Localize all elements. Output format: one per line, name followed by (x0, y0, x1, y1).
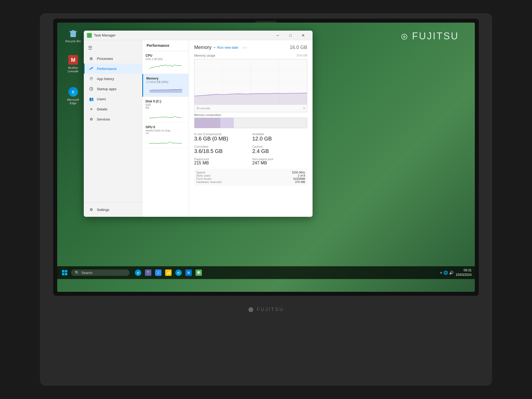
perf-main-header: Memory + Run new task ⋯ 16.0 GB (194, 44, 307, 51)
sidebar-item-users[interactable]: 👥 Users (84, 94, 142, 104)
perf-list-header: Performance (142, 40, 189, 51)
taskbar-edge2-icon[interactable]: e (174, 268, 183, 277)
app-history-icon: ⏱ (89, 76, 94, 81)
taskbar: 🔍 Search e T Z (57, 266, 475, 279)
screen-bezel: FUJITSU Recycle Bin (53, 19, 479, 296)
tray-network-icon[interactable]: 🌐 (443, 271, 448, 275)
disk-title: Disk 0 (C:) (146, 99, 185, 103)
svg-rect-16 (65, 270, 67, 272)
disk-sub: SSD6% (146, 103, 185, 109)
edge-label: MicrosoftEdge (67, 98, 79, 105)
start-button[interactable] (60, 268, 69, 277)
sidebar-item-performance[interactable]: Performance (84, 64, 142, 74)
timeline-right: 0 (303, 107, 305, 110)
speed-label: Speed: (196, 171, 206, 174)
time-display: 09:31 (456, 268, 472, 273)
svg-rect-2 (72, 30, 74, 31)
tm-sidebar: ☰ ⊞ Processes (84, 40, 142, 217)
taskbar-taskmanager-icon[interactable]: 📊 (194, 268, 203, 277)
committed-value: 3.6/18.5 GB (194, 148, 249, 154)
stat-in-use: In use (Compressed) 3.6 GB (0 MB) (194, 132, 249, 142)
committed-label: Committed (194, 145, 249, 148)
tray-chevron-icon[interactable]: ∧ (440, 271, 442, 275)
memory-usage-label: Memory usage (194, 54, 215, 57)
sidebar-item-services[interactable]: ⚙ Services (84, 114, 142, 124)
taskbar-files-icon[interactable]: 📁 (164, 268, 173, 277)
minimize-button[interactable]: ─ (272, 31, 284, 40)
sidebar-item-app-history[interactable]: ⏱ App history (84, 74, 142, 84)
settings-label: Settings (97, 208, 109, 212)
memory-graph-container: 60 seconds 0 (194, 59, 307, 112)
perf-item-disk[interactable]: Disk 0 (C:) SSD6% (142, 97, 189, 123)
paged-label: Paged pool (194, 157, 249, 161)
tray-volume-icon[interactable]: 🔊 (449, 271, 454, 275)
date-display: 15/03/2024 (456, 273, 472, 277)
recycle-bin-icon[interactable]: Recycle Bin (63, 28, 84, 43)
svg-rect-17 (62, 273, 64, 275)
recycle-bin-label: Recycle Bin (65, 40, 81, 43)
close-button[interactable]: ✕ (297, 31, 309, 40)
processes-label: Processes (97, 57, 113, 61)
sidebar-item-startup-apps[interactable]: Startup apps (84, 84, 142, 94)
system-tray-icons: ∧ 🌐 🔊 (440, 271, 454, 275)
more-options-icon[interactable]: ⋯ (242, 45, 247, 51)
graph-timeline: 60 seconds 0 (194, 105, 307, 112)
cpu-title: CPU (146, 54, 185, 57)
perf-list: Performance CPU 12% 1.39 GHz (142, 40, 189, 217)
form-factor-label: Form factor: (196, 177, 212, 180)
settings-section: ⚙ Settings (84, 202, 142, 215)
slots-row: Slots used: 2 of 8 (196, 174, 305, 177)
taskbar-zoom-icon[interactable]: Z (154, 268, 163, 277)
laptop-bottom: ⬤ FUJITSU (40, 296, 492, 380)
timeline-left: 60 seconds (197, 107, 210, 110)
gpu-title: GPU 0 (146, 125, 185, 129)
settings-icon: ⚙ (89, 207, 94, 212)
performance-label: Performance (97, 67, 117, 71)
startup-icon (89, 86, 94, 91)
fujitsu-brand-top: FUJITSU (401, 31, 459, 42)
screen: FUJITSU Recycle Bin (57, 23, 475, 292)
run-task-icon: + (214, 45, 216, 49)
laptop-outer: FUJITSU Recycle Bin (40, 13, 492, 386)
taskbar-icons: e T Z 📁 e (134, 268, 203, 277)
services-label: Services (97, 117, 110, 121)
non-paged-value: 247 MB (252, 161, 307, 165)
available-label: Available (252, 132, 307, 136)
available-value: 12.0 GB (252, 136, 307, 142)
taskbar-clock[interactable]: 09:31 15/03/2024 (456, 268, 472, 277)
recycle-bin-image (68, 28, 78, 39)
sidebar-item-details[interactable]: ≡ Details (84, 104, 142, 114)
form-factor-row: Form factor: SODIMM (196, 177, 305, 180)
mcafee-icon[interactable]: M McAfeeLivesafe (63, 55, 84, 73)
stat-paged-pool: Paged pool 215 MB (194, 157, 249, 165)
non-paged-label: Non-paged pool (252, 157, 307, 161)
fujitsu-brand-bottom: ⬤ FUJITSU (248, 306, 284, 312)
hw-reserved-row: Hardware reserved: 370 MB (196, 180, 305, 184)
taskbar-store-icon[interactable]: ⊞ (184, 268, 193, 277)
tm-body: ☰ ⊞ Processes (84, 40, 313, 217)
taskbar-edge-icon[interactable]: e (134, 268, 142, 277)
perf-item-cpu[interactable]: CPU 12% 1.39 GHz (142, 51, 189, 74)
run-task-label: Run new task (217, 45, 238, 49)
app-history-label: App history (97, 77, 114, 81)
edge-image: e (68, 86, 78, 97)
taskbar-teams-icon[interactable]: T (144, 268, 152, 277)
in-use-label: In use (Compressed) (194, 132, 249, 136)
hamburger-button[interactable]: ☰ (84, 42, 142, 53)
form-factor-value: SODIMM (293, 177, 305, 180)
edge-icon[interactable]: e MicrosoftEdge (63, 86, 84, 105)
search-text: Search (81, 271, 92, 275)
perf-item-gpu[interactable]: GPU 0 Intel(R) Iris(R) Xe Grap...1% (142, 123, 189, 148)
taskbar-search[interactable]: 🔍 Search (71, 269, 130, 276)
speed-value: 3200 MHz (292, 171, 305, 174)
memory-comp-bar (194, 118, 307, 128)
sidebar-item-settings[interactable]: ⚙ Settings (84, 205, 142, 215)
startup-apps-label: Startup apps (97, 87, 117, 91)
maximize-button[interactable]: □ (284, 31, 297, 40)
stat-available: Available 12.0 GB (252, 132, 307, 142)
perf-item-memory[interactable]: Memory 3.7/15.6 GB (24%) (142, 74, 189, 97)
in-use-value: 3.6 GB (0 MB) (194, 136, 249, 142)
paged-value: 215 MB (194, 161, 249, 165)
sidebar-item-processes[interactable]: ⊞ Processes (84, 53, 142, 64)
run-new-task-button[interactable]: + Run new task (211, 44, 240, 51)
